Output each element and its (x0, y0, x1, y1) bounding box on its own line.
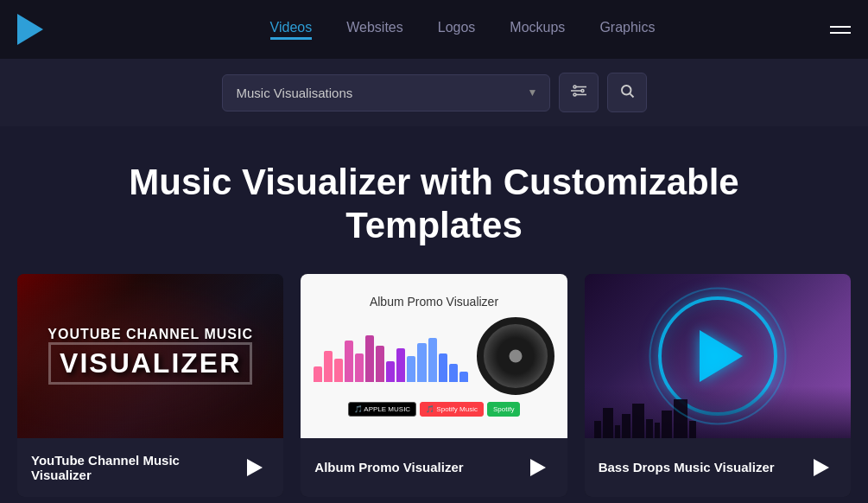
nav-item-websites[interactable]: Websites (346, 20, 403, 40)
filter-icon (571, 83, 586, 102)
card-text-top-1: YouTube Channel Music (48, 327, 253, 342)
nav-item-graphics[interactable]: Graphics (599, 20, 655, 40)
badge-spotify: Spotify (487, 402, 520, 417)
logo[interactable] (17, 14, 43, 45)
svg-point-6 (622, 86, 631, 95)
hero-section: Music Visualizer with Customizable Templ… (0, 126, 868, 274)
svg-line-7 (630, 93, 633, 97)
card-thumbnail-3 (585, 274, 851, 438)
play-icon-2 (530, 459, 546, 476)
category-select[interactable]: Music Visualisations (222, 74, 550, 111)
play-triangle-large (700, 330, 743, 382)
album-cover (477, 317, 554, 395)
cards-section: YouTube Channel Music VISUALIZER YouTube… (0, 274, 868, 497)
card-footer-1: YouTube Channel Music Visualizer (17, 438, 283, 497)
album-badges: 🎵 APPLE MUSIC 🎵 Spotify Music Spotify (348, 402, 521, 417)
play-button-1[interactable] (239, 452, 269, 483)
card-text-main-1: VISUALIZER (48, 342, 252, 385)
category-select-wrapper: Music Visualisations ▼ (222, 74, 550, 111)
logo-icon (17, 14, 43, 45)
card-thumbnail-1: YouTube Channel Music VISUALIZER (17, 274, 283, 438)
filter-button[interactable] (559, 73, 599, 112)
hamburger-line-1 (830, 26, 851, 28)
svg-point-1 (581, 90, 584, 92)
album-promo-title: Album Promo Visualizer (370, 295, 498, 309)
hamburger-line-2 (830, 32, 851, 34)
search-bar: Music Visualisations ▼ (0, 59, 868, 126)
card-thumbnail-2: Album Promo Visualizer (301, 274, 567, 438)
search-button[interactable] (607, 73, 647, 112)
card-image-3 (585, 274, 851, 438)
card-image-1: YouTube Channel Music VISUALIZER (17, 274, 283, 438)
main-nav: Videos Websites Logos Mockups Graphics (95, 20, 830, 40)
card-footer-3: Bass Drops Music Visualizer (585, 438, 851, 497)
city-silhouette (585, 386, 851, 438)
album-content (314, 317, 554, 395)
hero-title: Music Visualizer with Customizable Templ… (98, 161, 771, 248)
play-icon-1 (247, 459, 263, 476)
header: Videos Websites Logos Mockups Graphics (0, 0, 868, 59)
hamburger-menu[interactable] (830, 26, 851, 34)
play-icon-3 (814, 459, 829, 476)
card-label-3: Bass Drops Music Visualizer (599, 460, 775, 474)
card-album-promo[interactable]: Album Promo Visualizer (301, 274, 567, 497)
svg-point-0 (573, 86, 576, 88)
card-footer-2: Album Promo Visualizer (301, 438, 567, 497)
nav-item-logos[interactable]: Logos (438, 20, 476, 40)
nav-item-mockups[interactable]: Mockups (510, 20, 565, 40)
waveform (314, 330, 467, 382)
card-bass-drops[interactable]: Bass Drops Music Visualizer (585, 274, 851, 497)
card-label-1: YouTube Channel Music Visualizer (31, 453, 239, 482)
svg-point-2 (573, 93, 576, 96)
nav-item-videos[interactable]: Videos (270, 20, 313, 40)
card-youtube-visualizer[interactable]: YouTube Channel Music VISUALIZER YouTube… (17, 274, 283, 497)
badge-apple-music: 🎵 APPLE MUSIC (348, 402, 417, 417)
card-label-2: Album Promo Visualizer (314, 460, 463, 474)
badge-spotify-music: 🎵 Spotify Music (420, 402, 484, 417)
search-icon (619, 83, 635, 102)
card-image-2: Album Promo Visualizer (301, 274, 567, 438)
play-button-2[interactable] (523, 452, 554, 483)
play-button-3[interactable] (806, 452, 837, 483)
